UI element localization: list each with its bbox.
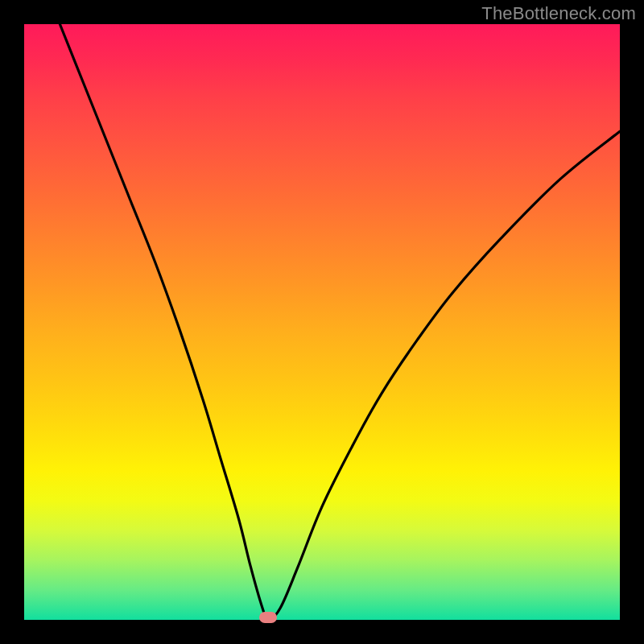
plot-area: [24, 24, 620, 620]
bottleneck-marker: [259, 612, 277, 623]
attribution-text: TheBottleneck.com: [481, 3, 636, 24]
chart-frame: TheBottleneck.com: [0, 0, 644, 644]
bottleneck-curve-path: [60, 24, 620, 620]
curve-svg: [24, 24, 620, 620]
